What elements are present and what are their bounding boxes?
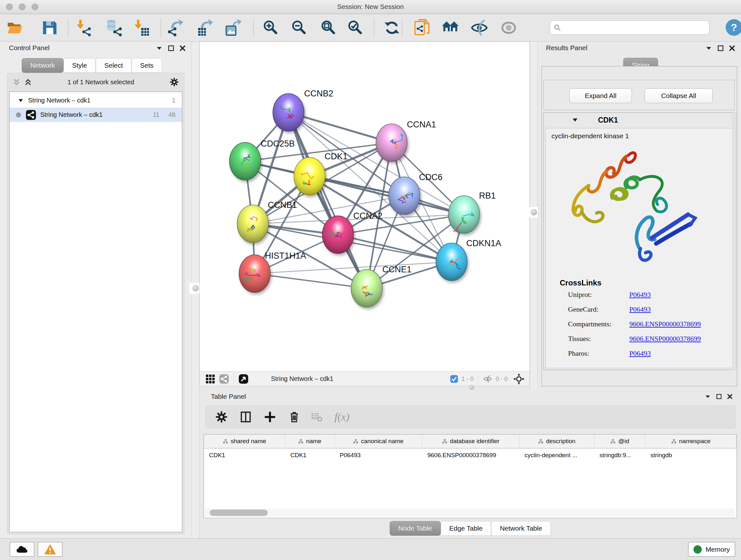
network-node-CCNB1[interactable]: CCNB1: [237, 200, 297, 243]
table-cell[interactable]: stringdb:9...: [595, 449, 646, 462]
panel-menu-icon[interactable]: [705, 45, 712, 52]
network-edge[interactable]: [288, 112, 392, 143]
panel-close-icon[interactable]: [729, 45, 735, 51]
crosslink-link[interactable]: 9606.ENSP00000378699: [629, 334, 701, 343]
panel-close-icon[interactable]: [727, 394, 733, 399]
zoom-selected-icon[interactable]: [346, 18, 365, 38]
column-header-description[interactable]: description: [520, 435, 595, 448]
tab-sets[interactable]: Sets: [131, 58, 162, 73]
crosslink-link[interactable]: P06493: [629, 349, 651, 358]
panel-float-icon[interactable]: [716, 394, 722, 399]
column-header-namespace[interactable]: namespace: [645, 435, 737, 448]
table-hscrollbar[interactable]: [205, 509, 735, 517]
network-row[interactable]: String Network – cdk1 11 48: [10, 108, 182, 122]
fit-content-icon[interactable]: [513, 373, 525, 385]
column-header-canonical-name[interactable]: canonical name: [335, 435, 422, 448]
import-network-icon[interactable]: [73, 18, 93, 38]
cloud-button[interactable]: [10, 542, 35, 557]
network-node-CCNB2[interactable]: CCNB2: [273, 89, 333, 131]
delete-table-icon[interactable]: [310, 410, 324, 424]
eye-icon[interactable]: [499, 18, 519, 38]
splitter-left[interactable]: [192, 42, 199, 538]
import-database-icon[interactable]: [105, 18, 124, 38]
expand-all-icon[interactable]: [24, 78, 32, 86]
panel-menu-icon[interactable]: [704, 393, 711, 400]
table-cell[interactable]: 9606.ENSP00000378699: [422, 449, 520, 462]
network-node-CCNE1[interactable]: CCNE1: [351, 265, 412, 307]
collapse-all-icon[interactable]: [12, 78, 21, 86]
open-folder-icon[interactable]: [5, 18, 25, 38]
panel-menu-icon[interactable]: [156, 45, 163, 52]
column-header-database-identifier[interactable]: database identifier: [422, 435, 520, 448]
zoom-out-icon[interactable]: [289, 18, 309, 38]
crosslink-link[interactable]: P06493: [629, 305, 651, 314]
collapse-section-icon[interactable]: [572, 117, 578, 123]
birdseye-icon[interactable]: [239, 374, 249, 384]
grid-view-icon[interactable]: [205, 374, 215, 384]
columns-icon[interactable]: [239, 411, 252, 423]
network-edge[interactable]: [288, 112, 367, 288]
help-icon[interactable]: ?: [726, 19, 741, 36]
network-collection-row[interactable]: String Network – cdk1 1: [10, 93, 182, 108]
delete-column-icon[interactable]: [288, 411, 300, 423]
network-tree: String Network – cdk1 1 String Network –…: [9, 91, 182, 532]
memory-button[interactable]: Memory: [688, 542, 735, 557]
table-row[interactable]: CDK1CDK1P064939606.ENSP00000378699cyclin…: [204, 449, 737, 462]
export-network-icon[interactable]: [166, 18, 186, 38]
refresh-icon[interactable]: [382, 18, 402, 38]
hide-selected-icon[interactable]: [469, 18, 489, 38]
import-table-icon[interactable]: [131, 18, 151, 38]
panel-float-icon[interactable]: [718, 45, 724, 51]
table-cell[interactable]: P06493: [335, 449, 422, 462]
network-canvas[interactable]: CCNB2CCNA1CDC25BCDK1CDC6RB1CCNB1CCNA2CDK…: [200, 42, 530, 372]
zoom-fit-icon[interactable]: [319, 18, 339, 38]
table-cell[interactable]: CDK1: [285, 449, 335, 462]
tab-node-table[interactable]: Node Table: [390, 521, 441, 536]
scrollbar-thumb[interactable]: [210, 509, 268, 516]
hidden-eye-icon[interactable]: [483, 374, 492, 384]
gear-icon[interactable]: [170, 77, 179, 87]
network-view-mode-icon[interactable]: [219, 374, 229, 384]
crosslink-link[interactable]: 9606.ENSP00000378699: [629, 320, 701, 328]
search-box[interactable]: [550, 20, 710, 35]
table-cell[interactable]: cyclin-dependent ...: [520, 449, 595, 462]
network-node-RB1[interactable]: RB1: [448, 191, 496, 233]
collapse-all-button[interactable]: Collapse All: [645, 88, 713, 103]
crosslink-link[interactable]: P06493: [629, 291, 651, 299]
column-header-@id[interactable]: @id: [595, 435, 646, 448]
panel-close-icon[interactable]: [179, 45, 186, 51]
function-builder-icon[interactable]: f(x): [334, 411, 349, 423]
add-column-icon[interactable]: [264, 411, 276, 423]
network-node-CCNA1[interactable]: CCNA1: [376, 120, 436, 162]
column-header-shared-name[interactable]: shared name: [204, 435, 285, 448]
table-cell[interactable]: CDK1: [204, 449, 285, 462]
tab-edge-table[interactable]: Edge Table: [441, 521, 491, 536]
save-icon[interactable]: [40, 18, 59, 38]
tab-network-table[interactable]: Network Table: [491, 521, 551, 536]
home-icon[interactable]: [441, 18, 461, 38]
export-table-icon[interactable]: [196, 18, 215, 38]
zoom-in-icon[interactable]: [261, 18, 281, 38]
tab-network[interactable]: Network: [22, 58, 64, 73]
network-node-HIST1H1A[interactable]: HIST1H1A: [239, 251, 306, 293]
network-node-CDC6[interactable]: CDC6: [389, 172, 443, 214]
warning-button[interactable]: [38, 542, 63, 557]
results-scrollbar[interactable]: [732, 112, 736, 370]
column-header-name[interactable]: name: [285, 435, 335, 448]
expand-all-button[interactable]: Expand All: [569, 88, 632, 103]
hsplitter-handle[interactable]: [464, 385, 479, 390]
panel-float-icon[interactable]: [168, 45, 174, 51]
gene-section-header[interactable]: CDK1: [544, 113, 734, 127]
network-from-file-icon[interactable]: [413, 18, 432, 38]
selected-checkbox-icon[interactable]: [450, 375, 458, 383]
tab-select[interactable]: Select: [96, 58, 131, 73]
gear-icon[interactable]: [215, 411, 228, 423]
tab-style[interactable]: Style: [64, 58, 96, 73]
search-input[interactable]: [562, 24, 709, 32]
tree-expand-icon[interactable]: [18, 98, 23, 104]
network-edge[interactable]: [255, 273, 367, 288]
table-cell[interactable]: stringdb: [645, 449, 737, 462]
network-node-CDKN1A[interactable]: CDKN1A: [436, 239, 501, 281]
splitter-right[interactable]: [530, 42, 538, 390]
export-image-icon[interactable]: [224, 18, 244, 38]
